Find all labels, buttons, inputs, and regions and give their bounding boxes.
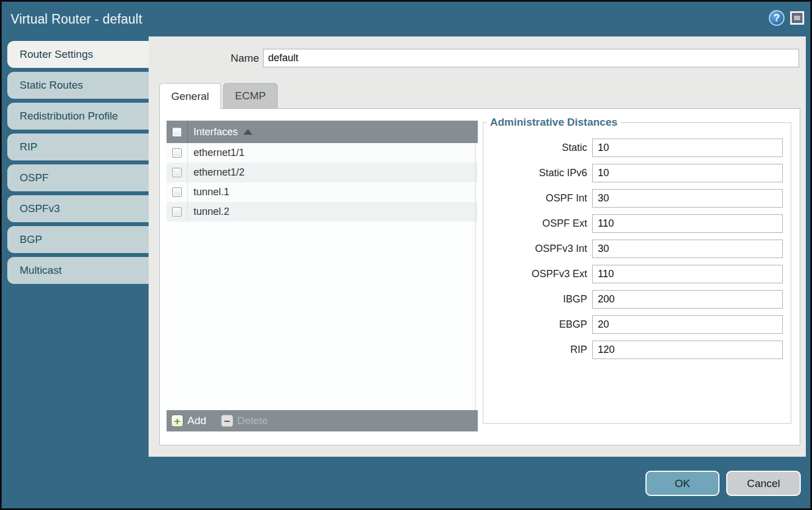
add-button[interactable]: + Add <box>171 415 206 427</box>
ospfv3-ext-input[interactable] <box>592 265 783 283</box>
name-label: Name <box>220 52 259 65</box>
virtual-router-dialog: Virtual Router - default ? Router Settin… <box>0 0 812 510</box>
rip-label: RIP <box>483 344 587 356</box>
content-area: Name General ECMP Interfaces ethernet1/1 <box>149 36 806 457</box>
sidebar-item-static-routes[interactable]: Static Routes <box>7 72 149 99</box>
interfaces-table-body: ethernet1/1 ethernet1/2 tunnel.1 tunnel.… <box>167 143 478 410</box>
table-row[interactable]: ethernet1/2 <box>167 163 478 182</box>
general-panel: Interfaces ethernet1/1 ethernet1/2 tunne… <box>159 108 800 445</box>
ospfv3-int-input[interactable] <box>592 240 783 258</box>
interfaces-column-header[interactable]: Interfaces <box>193 126 238 138</box>
ebgp-input[interactable] <box>592 315 783 334</box>
sidebar-item-router-settings[interactable]: Router Settings <box>7 41 149 68</box>
row-checkbox[interactable] <box>172 207 182 217</box>
ospfv3-int-label: OSPFv3 Int <box>483 243 587 255</box>
dialog-title: Virtual Router - default <box>11 12 142 27</box>
sort-asc-icon[interactable] <box>243 129 252 135</box>
help-icon[interactable]: ? <box>769 10 785 26</box>
administrative-distances-group: Administrative Distances Static Static I… <box>483 116 791 424</box>
ospf-int-input[interactable] <box>592 189 783 208</box>
static-label: Static <box>483 142 587 154</box>
interfaces-table-header: Interfaces <box>167 121 478 143</box>
ok-button[interactable]: OK <box>645 471 719 496</box>
interface-name: ethernet1/2 <box>193 167 244 178</box>
interface-name: tunnel.2 <box>193 206 229 218</box>
ebgp-label: EBGP <box>483 319 587 330</box>
table-row[interactable]: tunnel.2 <box>167 202 478 222</box>
ibgp-input[interactable] <box>592 290 783 309</box>
interface-name: ethernet1/1 <box>193 147 244 159</box>
sidebar-item-redistribution-profile[interactable]: Redistribution Profile <box>7 103 149 130</box>
static-ipv6-input[interactable] <box>592 164 783 182</box>
interfaces-table: Interfaces ethernet1/1 ethernet1/2 tunne… <box>167 121 478 431</box>
tab-general[interactable]: General <box>159 83 221 109</box>
rip-input[interactable] <box>592 341 783 359</box>
minus-icon: − <box>221 415 233 427</box>
row-checkbox[interactable] <box>172 187 182 197</box>
row-checkbox[interactable] <box>172 168 182 177</box>
sidebar-item-bgp[interactable]: BGP <box>7 226 149 253</box>
cancel-button[interactable]: Cancel <box>726 471 801 496</box>
static-input[interactable] <box>592 139 783 157</box>
plus-icon: + <box>171 415 183 427</box>
sidebar: Router Settings Static Routes Redistribu… <box>7 41 149 288</box>
select-all-checkbox[interactable] <box>172 127 182 137</box>
window-icon-inner <box>794 16 800 20</box>
delete-button[interactable]: − Delete <box>221 415 268 427</box>
table-row[interactable]: tunnel.1 <box>167 182 478 202</box>
sidebar-item-rip[interactable]: RIP <box>7 134 149 160</box>
titlebar: Virtual Router - default ? <box>2 2 810 36</box>
ospf-int-label: OSPF Int <box>483 192 587 204</box>
ospfv3-ext-label: OSPFv3 Ext <box>483 268 587 280</box>
sidebar-item-ospf[interactable]: OSPF <box>7 164 149 191</box>
tabstrip: General ECMP <box>159 83 278 109</box>
interface-name: tunnel.1 <box>193 186 229 198</box>
delete-button-label: Delete <box>237 415 268 427</box>
name-input[interactable] <box>263 49 799 67</box>
scrollbar-track[interactable] <box>475 143 476 410</box>
sidebar-item-multicast[interactable]: Multicast <box>7 257 149 284</box>
window-icon[interactable] <box>790 11 804 25</box>
row-checkbox[interactable] <box>172 148 182 158</box>
table-row[interactable]: ethernet1/1 <box>167 143 478 163</box>
ospf-ext-label: OSPF Ext <box>483 218 587 229</box>
ibgp-label: IBGP <box>483 293 587 305</box>
tab-ecmp[interactable]: ECMP <box>223 83 278 108</box>
administrative-distances-title: Administrative Distances <box>487 116 621 128</box>
add-button-label: Add <box>187 415 206 427</box>
interfaces-table-footer: + Add − Delete <box>167 410 478 431</box>
sidebar-item-ospfv3[interactable]: OSPFv3 <box>7 195 149 222</box>
static-ipv6-label: Static IPv6 <box>483 167 587 179</box>
ospf-ext-input[interactable] <box>592 214 783 233</box>
